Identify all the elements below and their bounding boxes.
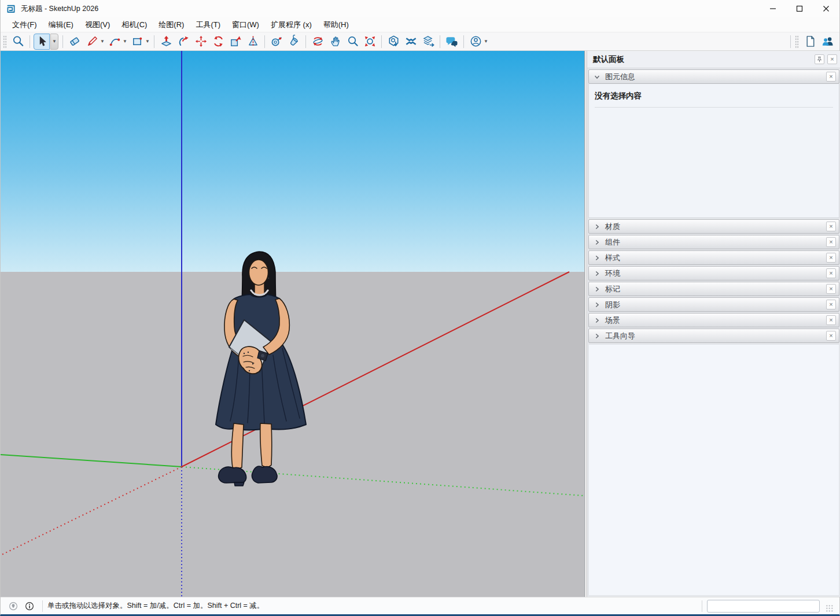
tray-scenes[interactable]: 场景 × (588, 313, 839, 327)
menu-tools[interactable]: 工具(T) (191, 18, 225, 32)
tray-shadows-label: 阴影 (605, 300, 620, 310)
panel-title: 默认面板 (593, 54, 624, 65)
tray-tags[interactable]: 标记 × (588, 282, 839, 296)
rotate-tool-button[interactable] (210, 34, 226, 50)
account-button[interactable] (467, 34, 484, 50)
orbit-tool-button[interactable] (310, 34, 326, 50)
close-button[interactable] (813, 0, 839, 17)
chevron-right-icon (594, 286, 600, 293)
title-bar: 无标题 - SketchUp 2026 (1, 0, 839, 17)
pin-panel-icon[interactable] (815, 54, 824, 64)
close-tray-environment[interactable]: × (826, 268, 836, 278)
pencil-tool-button[interactable] (84, 34, 100, 50)
3d-warehouse-button[interactable] (385, 34, 401, 50)
share-layers-button[interactable] (420, 34, 436, 50)
tray-stack: 图元信息 × 没有选择内容 材质 × 组件 × (587, 68, 840, 597)
eraser-tool-button[interactable] (67, 34, 83, 50)
tray-components[interactable]: 组件 × (588, 235, 839, 249)
menu-help[interactable]: 帮助(H) (319, 18, 353, 32)
sketchup-window: 无标题 - SketchUp 2026 文件(F) 编辑(E) 视图(V) 相机… (0, 0, 840, 616)
no-selection-message: 没有选择内容 (595, 91, 833, 108)
select-tool-button[interactable] (34, 34, 50, 50)
zoom-extents-button[interactable] (362, 34, 378, 50)
menu-edit[interactable]: 编辑(E) (44, 18, 78, 32)
close-tray-styles[interactable]: × (826, 253, 836, 263)
scale-tool-button[interactable] (227, 34, 244, 50)
main-toolbar: ▼ ▼ ▼ ▼ (1, 32, 839, 51)
close-tray-scenes[interactable]: × (826, 315, 836, 325)
tray-shadows[interactable]: 阴影 × (588, 297, 839, 312)
menu-camera[interactable]: 相机(C) (117, 18, 152, 32)
extension-warehouse-button[interactable] (403, 34, 419, 50)
status-message: 单击或拖动以选择对象。Shift = 加/减。Ctrl = 加。Shift + … (47, 601, 264, 611)
pan-tool-button[interactable] (327, 34, 343, 50)
tray-environment[interactable]: 环境 × (588, 266, 839, 281)
minimize-button[interactable] (760, 0, 786, 17)
tray-instructor-label: 工具向导 (605, 331, 635, 341)
maximize-button[interactable] (786, 0, 813, 17)
close-panel-icon[interactable]: × (827, 54, 837, 64)
follow-me-tool-button[interactable] (175, 34, 191, 50)
paint-bucket-tool-button[interactable] (286, 34, 302, 50)
close-tray-components[interactable]: × (826, 237, 836, 247)
toolbar-drag-handle[interactable] (3, 35, 7, 48)
zoom-search-button[interactable] (10, 34, 26, 50)
close-tray-materials[interactable]: × (826, 222, 836, 231)
chevron-right-icon (594, 270, 600, 277)
scale-figure-component (216, 252, 306, 486)
chevron-right-icon (594, 239, 600, 246)
menu-view[interactable]: 视图(V) (80, 18, 115, 32)
tray-tags-label: 标记 (605, 284, 620, 294)
sketchup-logo-icon (6, 3, 16, 14)
menu-file[interactable]: 文件(F) (8, 18, 42, 32)
close-tray-instructor[interactable]: × (826, 331, 836, 341)
move-tool-button[interactable] (193, 34, 209, 50)
menu-window[interactable]: 窗口(W) (227, 18, 264, 32)
tray-environment-label: 环境 (605, 268, 620, 279)
viewport-scene (1, 51, 584, 597)
drawing-axes (1, 51, 584, 597)
tray-instructor[interactable]: 工具向导 × (588, 329, 839, 343)
measurements-input[interactable] (707, 600, 820, 613)
chevron-down-icon (594, 73, 600, 80)
account-dropdown[interactable]: ▼ (483, 39, 489, 44)
status-bar: 单击或拖动以选择对象。Shift = 加/减。Ctrl = 加。Shift + … (1, 597, 839, 614)
rectangle-tool-button[interactable] (129, 34, 145, 50)
select-tool-dropdown[interactable]: ▼ (50, 34, 58, 50)
people-button[interactable] (819, 34, 835, 50)
tape-measure-tool-button[interactable] (268, 34, 285, 50)
close-tray-shadows[interactable]: × (826, 300, 836, 309)
tray-styles-label: 样式 (605, 253, 620, 263)
geolocation-icon[interactable] (6, 599, 20, 613)
menu-extensions[interactable]: 扩展程序 (x) (266, 18, 316, 32)
pencil-tool-dropdown[interactable]: ▼ (100, 39, 105, 44)
chevron-right-icon (594, 333, 600, 340)
rectangle-tool-dropdown[interactable]: ▼ (145, 39, 150, 44)
close-tray-entity-info[interactable]: × (826, 72, 836, 82)
close-tray-tags[interactable]: × (826, 284, 836, 294)
tray-styles[interactable]: 样式 × (588, 250, 839, 265)
chevron-right-icon (594, 317, 600, 324)
tray-empty-area (588, 344, 839, 596)
zoom-tool-button[interactable] (344, 34, 360, 50)
tray-components-label: 组件 (605, 237, 620, 248)
tray-entity-info[interactable]: 图元信息 × (588, 69, 839, 84)
push-pull-tool-button[interactable] (158, 34, 174, 50)
chevron-right-icon (594, 301, 600, 308)
flip-tool-button[interactable] (245, 34, 261, 50)
tray-materials[interactable]: 材质 × (588, 219, 839, 234)
menu-bar: 文件(F) 编辑(E) 视图(V) 相机(C) 绘图(R) 工具(T) 窗口(W… (1, 17, 839, 32)
model-viewport[interactable] (1, 51, 584, 597)
info-icon[interactable] (23, 599, 36, 613)
chevron-right-icon (594, 223, 600, 230)
panel-title-bar: 默认面板 × (587, 51, 840, 68)
right-toolbar-drag-handle[interactable] (795, 35, 799, 48)
window-resize-grip[interactable] (826, 604, 834, 613)
entity-info-body: 没有选择内容 (588, 84, 839, 218)
menu-draw[interactable]: 绘图(R) (154, 18, 189, 32)
tray-scenes-label: 场景 (605, 315, 620, 326)
chat-button[interactable] (444, 34, 460, 50)
new-document-button[interactable] (802, 34, 818, 50)
arc-tool-dropdown[interactable]: ▼ (122, 39, 128, 44)
arc-tool-button[interactable] (106, 34, 123, 50)
